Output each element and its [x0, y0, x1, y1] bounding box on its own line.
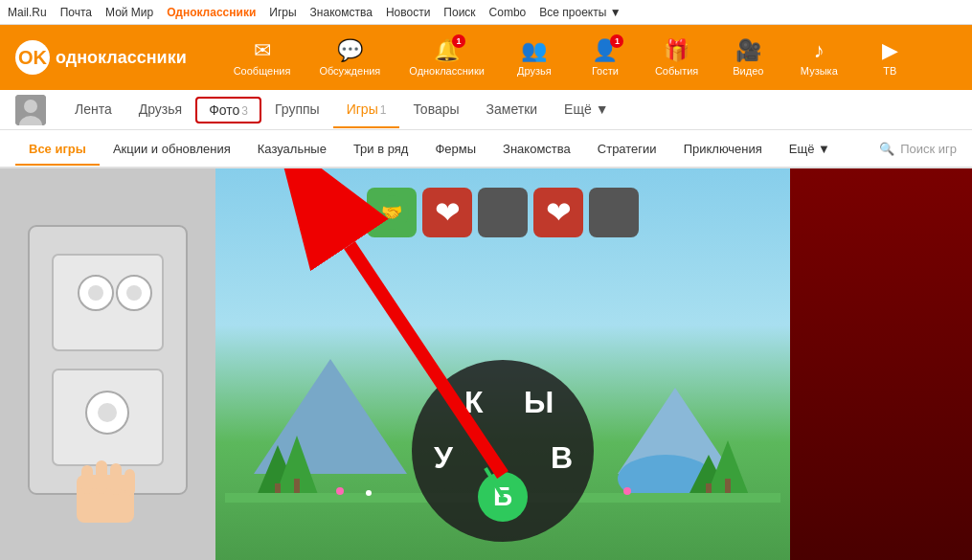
game-nav-strategy[interactable]: Стратегии — [584, 134, 670, 166]
nav-music[interactable]: ♪ Музыка — [788, 34, 849, 80]
profile-link-more[interactable]: Ещё ▼ — [551, 92, 622, 128]
avatar — [15, 95, 46, 125]
system-nav-all[interactable]: Все проекты ▼ — [539, 6, 621, 19]
music-icon: ♪ — [814, 38, 825, 63]
messages-icon: ✉ — [254, 38, 271, 63]
nav-notifications[interactable]: 🔔 1 Одноклассники — [399, 34, 494, 80]
game-nav-casual[interactable]: Казуальные — [244, 134, 340, 166]
game-icon-1: ❤ — [422, 188, 472, 237]
system-nav-search[interactable]: Поиск — [443, 6, 475, 19]
content-area: 🤝 ❤ ❤ К Ы У В — [0, 168, 972, 560]
nav-messages-label: Сообщения — [234, 65, 291, 77]
game-icon-3: ❤ — [533, 188, 583, 237]
game-nav-farms[interactable]: Фермы — [421, 134, 489, 166]
events-icon: 🎁 — [664, 38, 689, 63]
nav-music-label: Музыка — [801, 65, 838, 77]
profile-nav-links: Лента Друзья Фото3 Группы Игры1 Товары З… — [61, 92, 957, 128]
svg-text:В: В — [551, 440, 573, 475]
profile-link-goods[interactable]: Товары — [399, 92, 472, 128]
nav-friends-label: Друзья — [517, 65, 552, 77]
system-nav-dating[interactable]: Знакомства — [310, 6, 373, 19]
nav-tv-label: ТВ — [883, 65, 896, 77]
header-nav: ✉ Сообщения 💬 Обсуждения 🔔 1 Одноклассни… — [188, 34, 957, 80]
profile-link-games[interactable]: Игры1 — [333, 92, 400, 128]
discussions-icon: 💬 — [337, 38, 363, 63]
photo-count: 3 — [241, 104, 248, 118]
nav-video[interactable]: 🎥 Видео — [717, 34, 779, 80]
search-label: Поиск игр — [900, 142, 957, 156]
svg-point-7 — [88, 285, 103, 301]
profile-link-feed[interactable]: Лента — [61, 92, 125, 128]
profile-link-notes[interactable]: Заметки — [473, 92, 552, 128]
profile-nav: Лента Друзья Фото3 Группы Игры1 Товары З… — [0, 90, 972, 130]
svg-point-27 — [336, 487, 344, 495]
svg-point-9 — [126, 285, 142, 301]
main-header: OK одноклассники ✉ Сообщения 💬 Обсуждени… — [0, 25, 972, 90]
game-icon-4 — [589, 188, 639, 237]
system-nav-games[interactable]: Игры — [269, 6, 296, 19]
nav-messages[interactable]: ✉ Сообщения — [224, 34, 301, 80]
nav-tv[interactable]: ▶ ТВ — [859, 34, 920, 80]
svg-point-1 — [24, 100, 37, 113]
game-nav-dating[interactable]: Знакомства — [489, 134, 584, 166]
system-nav: Mail.Ru Почта Мой Мир Одноклассники Игры… — [0, 0, 972, 25]
game-icons-row: 🤝 ❤ ❤ — [367, 188, 639, 237]
left-panel — [0, 168, 215, 560]
game-nav-all[interactable]: Все игры — [15, 134, 100, 166]
video-icon: 🎥 — [735, 38, 761, 63]
word-circle-container: К Ы У В Б — [407, 355, 599, 550]
tv-icon: ▶ — [882, 38, 898, 63]
svg-point-28 — [366, 490, 372, 496]
search-icon: 🔍 — [879, 142, 894, 156]
friends-icon: 👥 — [521, 38, 547, 63]
game-nav-match3[interactable]: Три в ряд — [340, 134, 422, 166]
notifications-badge: 1 — [452, 34, 465, 48]
game-icon-0: 🤝 — [367, 188, 417, 237]
right-panel-bg — [790, 168, 972, 560]
nav-events[interactable]: 🎁 События — [645, 34, 708, 80]
svg-rect-15 — [96, 460, 107, 494]
system-nav-pochta[interactable]: Почта — [60, 6, 92, 19]
system-nav-moimir[interactable]: Мой Мир — [105, 6, 153, 19]
system-nav-mailru[interactable]: Mail.Ru — [8, 6, 47, 19]
nav-guests-label: Гости — [592, 65, 619, 77]
guests-icon: 👤 1 — [592, 38, 618, 63]
game-search[interactable]: 🔍 Поиск игр — [879, 142, 957, 156]
right-panel — [790, 168, 972, 560]
svg-text:Ы: Ы — [524, 385, 554, 419]
word-circle-svg: К Ы У В Б — [407, 355, 599, 547]
outlet-image — [0, 168, 215, 560]
game-icon-2 — [478, 188, 528, 237]
profile-link-photo[interactable]: Фото3 — [195, 97, 261, 123]
game-nav-adventure[interactable]: Приключения — [670, 134, 776, 166]
svg-text:К: К — [464, 385, 484, 419]
nav-events-label: События — [655, 65, 698, 77]
logo-text: одноклассники — [56, 48, 187, 68]
guests-badge: 1 — [610, 34, 623, 48]
logo-icon: OK — [15, 40, 50, 75]
game-background: 🤝 ❤ ❤ К Ы У В — [215, 168, 790, 560]
svg-text:У: У — [434, 440, 454, 475]
svg-rect-17 — [124, 469, 135, 496]
nav-guests[interactable]: 👤 1 Гости — [575, 34, 636, 80]
logo-area[interactable]: OK одноклассники — [15, 40, 188, 75]
svg-rect-14 — [81, 465, 93, 494]
svg-rect-16 — [110, 463, 122, 495]
svg-point-12 — [98, 403, 117, 422]
game-nav-updates[interactable]: Акции и обновления — [100, 134, 244, 166]
nav-discussions-label: Обсуждения — [319, 65, 380, 77]
system-nav-combo[interactable]: Combo — [489, 6, 527, 19]
svg-point-29 — [623, 487, 631, 495]
nav-friends[interactable]: 👥 Друзья — [504, 34, 565, 80]
notifications-icon: 🔔 1 — [434, 38, 460, 63]
nav-notifications-label: Одноклассники — [409, 65, 485, 77]
nav-discussions[interactable]: 💬 Обсуждения — [309, 34, 390, 80]
svg-text:🤝: 🤝 — [381, 202, 403, 223]
nav-video-label: Видео — [733, 65, 763, 77]
system-nav-ok[interactable]: Одноклассники — [167, 6, 256, 19]
profile-link-groups[interactable]: Группы — [261, 92, 333, 128]
game-nav: Все игры Акции и обновления Казуальные Т… — [0, 130, 972, 168]
game-nav-more[interactable]: Ещё ▼ — [776, 134, 844, 166]
system-nav-news[interactable]: Новости — [386, 6, 430, 19]
profile-link-friends[interactable]: Друзья — [125, 92, 195, 128]
